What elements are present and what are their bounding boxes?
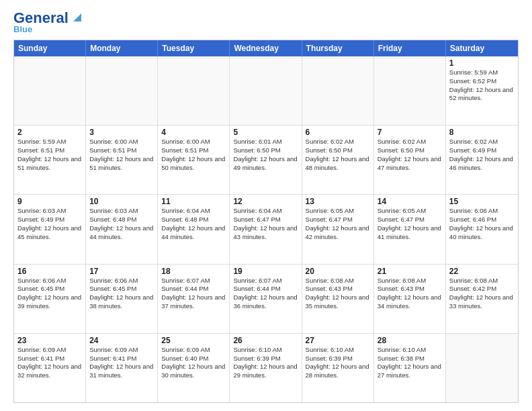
day-info: Sunrise: 6:09 AMSunset: 6:40 PMDaylight:…	[161, 346, 226, 380]
day-info: Sunrise: 6:06 AMSunset: 6:45 PMDaylight:…	[17, 277, 82, 311]
empty-cell	[374, 56, 446, 125]
empty-cell	[86, 56, 158, 125]
day-number: 24	[89, 336, 154, 345]
day-cell-13: 13Sunrise: 6:05 AMSunset: 6:47 PMDayligh…	[302, 195, 374, 263]
calendar-row-4: 23Sunrise: 6:09 AMSunset: 6:41 PMDayligh…	[14, 333, 518, 402]
day-number: 17	[89, 267, 154, 276]
day-info: Sunrise: 6:03 AMSunset: 6:49 PMDaylight:…	[17, 207, 82, 241]
day-cell-4: 4Sunrise: 6:00 AMSunset: 6:51 PMDaylight…	[158, 126, 230, 194]
day-info: Sunrise: 6:06 AMSunset: 6:46 PMDaylight:…	[449, 207, 515, 241]
day-info: Sunrise: 6:05 AMSunset: 6:47 PMDaylight:…	[378, 207, 442, 241]
header-day-friday: Friday	[374, 40, 446, 56]
day-number: 11	[161, 197, 226, 206]
calendar-row-2: 9Sunrise: 6:03 AMSunset: 6:49 PMDaylight…	[14, 194, 518, 263]
day-info: Sunrise: 6:08 AMSunset: 6:43 PMDaylight:…	[306, 277, 370, 311]
svg-marker-0	[73, 13, 81, 21]
day-number: 13	[306, 197, 370, 206]
day-info: Sunrise: 6:08 AMSunset: 6:43 PMDaylight:…	[378, 277, 442, 311]
day-info: Sunrise: 6:10 AMSunset: 6:39 PMDaylight:…	[306, 346, 370, 380]
day-info: Sunrise: 6:00 AMSunset: 6:51 PMDaylight:…	[161, 138, 226, 172]
day-cell-6: 6Sunrise: 6:02 AMSunset: 6:50 PMDaylight…	[302, 126, 374, 194]
day-number: 15	[449, 197, 515, 206]
day-number: 18	[161, 267, 226, 276]
logo-general: General	[13, 11, 69, 26]
day-cell-9: 9Sunrise: 6:03 AMSunset: 6:49 PMDaylight…	[14, 195, 86, 263]
logo: General Blue	[13, 11, 84, 34]
day-info: Sunrise: 6:04 AMSunset: 6:48 PMDaylight:…	[161, 207, 226, 241]
day-cell-18: 18Sunrise: 6:07 AMSunset: 6:44 PMDayligh…	[158, 265, 230, 333]
day-number: 1	[449, 58, 515, 68]
day-cell-24: 24Sunrise: 6:09 AMSunset: 6:41 PMDayligh…	[86, 334, 158, 402]
day-cell-28: 28Sunrise: 6:10 AMSunset: 6:38 PMDayligh…	[374, 334, 446, 402]
day-cell-21: 21Sunrise: 6:08 AMSunset: 6:43 PMDayligh…	[374, 265, 446, 333]
calendar-row-1: 2Sunrise: 5:59 AMSunset: 6:51 PMDaylight…	[14, 125, 518, 194]
day-number: 6	[306, 128, 370, 137]
day-number: 4	[161, 128, 226, 137]
day-cell-12: 12Sunrise: 6:04 AMSunset: 6:47 PMDayligh…	[230, 195, 302, 263]
day-number: 23	[17, 336, 82, 345]
day-number: 19	[233, 267, 298, 276]
day-number: 9	[17, 197, 82, 206]
day-cell-14: 14Sunrise: 6:05 AMSunset: 6:47 PMDayligh…	[374, 195, 446, 263]
header-day-sunday: Sunday	[14, 40, 86, 56]
day-number: 10	[89, 197, 154, 206]
day-number: 8	[449, 128, 515, 137]
day-number: 26	[233, 336, 298, 345]
day-info: Sunrise: 6:01 AMSunset: 6:50 PMDaylight:…	[233, 138, 298, 172]
day-number: 22	[449, 267, 515, 276]
empty-cell	[230, 56, 302, 125]
day-info: Sunrise: 6:10 AMSunset: 6:38 PMDaylight:…	[378, 346, 442, 380]
day-cell-11: 11Sunrise: 6:04 AMSunset: 6:48 PMDayligh…	[158, 195, 230, 263]
day-number: 12	[233, 197, 298, 206]
day-cell-8: 8Sunrise: 6:02 AMSunset: 6:49 PMDaylight…	[446, 126, 518, 194]
calendar-row-0: 1Sunrise: 5:59 AMSunset: 6:52 PMDaylight…	[14, 56, 518, 125]
day-cell-27: 27Sunrise: 6:10 AMSunset: 6:39 PMDayligh…	[302, 334, 374, 402]
header-day-tuesday: Tuesday	[158, 40, 230, 56]
day-cell-19: 19Sunrise: 6:07 AMSunset: 6:44 PMDayligh…	[230, 265, 302, 333]
day-number: 2	[17, 128, 82, 137]
day-number: 25	[161, 336, 226, 345]
day-cell-15: 15Sunrise: 6:06 AMSunset: 6:46 PMDayligh…	[446, 195, 518, 263]
header-day-monday: Monday	[86, 40, 158, 56]
day-number: 27	[306, 336, 370, 345]
day-info: Sunrise: 6:06 AMSunset: 6:45 PMDaylight:…	[89, 277, 154, 311]
logo-blue: Blue	[13, 24, 32, 34]
day-cell-16: 16Sunrise: 6:06 AMSunset: 6:45 PMDayligh…	[14, 265, 86, 333]
day-number: 7	[378, 128, 442, 137]
page: General Blue SundayMondayTuesdayWednesda…	[0, 0, 532, 411]
day-cell-25: 25Sunrise: 6:09 AMSunset: 6:40 PMDayligh…	[158, 334, 230, 402]
day-info: Sunrise: 6:02 AMSunset: 6:49 PMDaylight:…	[449, 138, 515, 172]
calendar-row-3: 16Sunrise: 6:06 AMSunset: 6:45 PMDayligh…	[14, 264, 518, 333]
day-cell-23: 23Sunrise: 6:09 AMSunset: 6:41 PMDayligh…	[14, 334, 86, 402]
day-info: Sunrise: 5:59 AMSunset: 6:51 PMDaylight:…	[17, 138, 82, 172]
day-cell-17: 17Sunrise: 6:06 AMSunset: 6:45 PMDayligh…	[86, 265, 158, 333]
header: General Blue	[13, 11, 519, 34]
day-number: 3	[89, 128, 154, 137]
calendar-body: 1Sunrise: 5:59 AMSunset: 6:52 PMDaylight…	[14, 56, 518, 402]
empty-cell	[446, 334, 518, 402]
day-info: Sunrise: 6:04 AMSunset: 6:47 PMDaylight:…	[233, 207, 298, 241]
day-info: Sunrise: 5:59 AMSunset: 6:52 PMDaylight:…	[449, 68, 515, 103]
day-info: Sunrise: 6:02 AMSunset: 6:50 PMDaylight:…	[378, 138, 442, 172]
day-info: Sunrise: 6:02 AMSunset: 6:50 PMDaylight:…	[306, 138, 370, 172]
day-cell-20: 20Sunrise: 6:08 AMSunset: 6:43 PMDayligh…	[302, 265, 374, 333]
day-cell-2: 2Sunrise: 5:59 AMSunset: 6:51 PMDaylight…	[14, 126, 86, 194]
empty-cell	[302, 56, 374, 125]
empty-cell	[158, 56, 230, 125]
day-info: Sunrise: 6:09 AMSunset: 6:41 PMDaylight:…	[17, 346, 82, 380]
day-number: 21	[378, 267, 442, 276]
day-cell-1: 1Sunrise: 5:59 AMSunset: 6:52 PMDaylight…	[446, 56, 518, 125]
day-info: Sunrise: 6:07 AMSunset: 6:44 PMDaylight:…	[233, 277, 298, 311]
day-number: 14	[378, 197, 442, 206]
day-cell-7: 7Sunrise: 6:02 AMSunset: 6:50 PMDaylight…	[374, 126, 446, 194]
day-number: 28	[378, 336, 442, 345]
day-info: Sunrise: 6:10 AMSunset: 6:39 PMDaylight:…	[233, 346, 298, 380]
logo-icon	[69, 9, 84, 24]
day-cell-10: 10Sunrise: 6:03 AMSunset: 6:48 PMDayligh…	[86, 195, 158, 263]
day-cell-3: 3Sunrise: 6:00 AMSunset: 6:51 PMDaylight…	[86, 126, 158, 194]
day-number: 20	[306, 267, 370, 276]
day-info: Sunrise: 6:07 AMSunset: 6:44 PMDaylight:…	[161, 277, 226, 311]
day-number: 5	[233, 128, 298, 137]
day-cell-26: 26Sunrise: 6:10 AMSunset: 6:39 PMDayligh…	[230, 334, 302, 402]
day-cell-5: 5Sunrise: 6:01 AMSunset: 6:50 PMDaylight…	[230, 126, 302, 194]
